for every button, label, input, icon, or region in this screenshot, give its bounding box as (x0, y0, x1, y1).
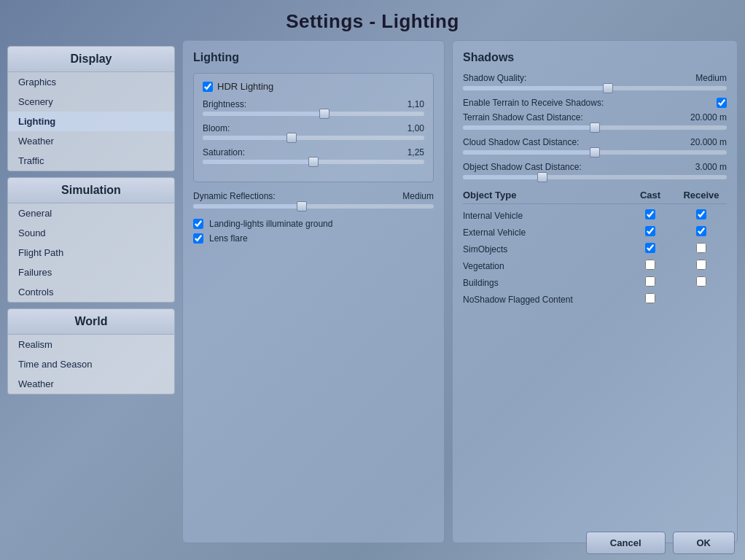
table-row-internal-vehicle: Internal Vehicle (463, 207, 727, 224)
saturation-value: 1,25 (407, 147, 424, 158)
enable-terrain-label: Enable Terrain to Receive Shadows: (463, 98, 604, 108)
receive-vegetation-checkbox[interactable] (696, 260, 706, 270)
sidebar-item-lighting[interactable]: Lighting (8, 112, 174, 131)
terrain-cast-track[interactable] (463, 125, 727, 130)
object-type-external-vehicle: External Vehicle (463, 228, 625, 238)
sidebar-item-traffic[interactable]: Traffic (8, 151, 174, 171)
lens-flare-checkbox[interactable] (193, 233, 203, 244)
lens-flare-label: Lens flare (209, 233, 248, 244)
sidebar-world-items: Realism Time and Season Weather (7, 335, 175, 394)
landing-lights-label: Landing-lights illuminate ground (209, 219, 332, 229)
cancel-button[interactable]: Cancel (586, 532, 666, 554)
landing-lights-row: Landing-lights illuminate ground (193, 219, 434, 229)
object-type-simobjects: SimObjects (463, 244, 625, 254)
object-table-header: Object Type Cast Receive (463, 187, 727, 204)
sidebar-item-failures[interactable]: Failures (8, 262, 174, 282)
sidebar-item-weather-display[interactable]: Weather (8, 131, 174, 151)
saturation-track[interactable] (203, 160, 424, 164)
sidebar-item-controls[interactable]: Controls (8, 282, 174, 302)
sidebar-item-weather-world[interactable]: Weather (8, 374, 174, 394)
cast-buildings-checkbox[interactable] (645, 276, 655, 287)
cloud-cast-label: Cloud Shadow Cast Distance: (463, 137, 579, 147)
dynamic-reflections-label: Dynamic Reflections: (193, 191, 276, 201)
brightness-label: Brightness: (203, 99, 246, 109)
bloom-label: Bloom: (203, 123, 230, 133)
shadows-panel: Shadows Shadow Quality: Medium Enable Te… (452, 40, 738, 543)
object-cast-track[interactable] (463, 175, 727, 179)
dynamic-reflections-track[interactable] (193, 204, 434, 209)
receive-internal-vehicle (676, 209, 727, 222)
terrain-cast-label: Terrain Shadow Cast Distance: (463, 112, 583, 122)
hdr-label: HDR Lighting (217, 81, 273, 92)
object-type-noshadow: NoShadow Flagged Content (463, 295, 625, 305)
receive-buildings-checkbox[interactable] (696, 276, 706, 287)
shadow-quality-block: Shadow Quality: Medium (463, 73, 727, 90)
saturation-label: Saturation: (203, 147, 245, 158)
col-receive-header: Receive (676, 190, 727, 201)
receive-simobjects-checkbox[interactable] (696, 243, 706, 253)
sidebar-item-graphics[interactable]: Graphics (8, 72, 174, 92)
col-type-header: Object Type (463, 190, 625, 201)
shadow-quality-track[interactable] (463, 86, 727, 90)
sidebar-item-sound[interactable]: Sound (8, 223, 174, 243)
terrain-cast-block: Terrain Shadow Cast Distance: 20.000 m (463, 112, 727, 130)
object-cast-label: Object Shadow Cast Distance: (463, 162, 582, 172)
sidebar-section-display: Display (7, 46, 175, 72)
ok-button[interactable]: OK (673, 532, 736, 554)
sidebar-item-time-and-season[interactable]: Time and Season (8, 354, 174, 374)
shadow-quality-value: Medium (695, 73, 727, 83)
brightness-track[interactable] (203, 112, 424, 116)
sidebar-item-general[interactable]: General (8, 203, 174, 223)
cast-external-vehicle-checkbox[interactable] (645, 226, 655, 236)
bottom-bar: Cancel OK (576, 526, 745, 560)
lighting-panel-title: Lighting (193, 51, 434, 64)
receive-external-vehicle-checkbox[interactable] (696, 226, 706, 236)
enable-terrain-checkbox[interactable] (717, 98, 727, 108)
landing-lights-checkbox[interactable] (193, 219, 203, 229)
table-row-vegetation: Vegetation (463, 257, 727, 274)
object-cast-block: Object Shadow Cast Distance: 3.000 m (463, 162, 727, 179)
dynamic-reflections-row: Dynamic Reflections: Medium (193, 191, 434, 209)
sidebar-item-flight-path[interactable]: Flight Path (8, 243, 174, 262)
cloud-cast-value: 20.000 m (690, 137, 727, 147)
brightness-row: Brightness: 1,10 (203, 99, 424, 116)
bloom-value: 1,00 (407, 123, 424, 133)
sidebar-item-scenery[interactable]: Scenery (8, 92, 174, 112)
bloom-row: Bloom: 1,00 (203, 123, 424, 140)
terrain-cast-value: 20.000 m (690, 112, 727, 122)
table-row-simobjects: SimObjects (463, 241, 727, 257)
brightness-value: 1,10 (407, 99, 424, 109)
col-cast-header: Cast (625, 190, 676, 201)
object-cast-value: 3.000 m (695, 162, 727, 172)
sidebar-simulation-items: General Sound Flight Path Failures Contr… (7, 203, 175, 303)
cast-simobjects-checkbox[interactable] (645, 243, 655, 253)
sidebar: Display Graphics Scenery Lighting Weathe… (7, 40, 175, 543)
table-row-noshadow: NoShadow Flagged Content (463, 291, 727, 308)
cast-noshadow-checkbox[interactable] (645, 293, 655, 303)
hdr-checkbox[interactable] (203, 82, 213, 92)
object-type-vegetation: Vegetation (463, 261, 625, 271)
hdr-box: HDR Lighting Brightness: 1,10 (193, 73, 434, 182)
object-type-buildings: Buildings (463, 278, 625, 288)
shadow-quality-label: Shadow Quality: (463, 73, 526, 83)
hdr-checkbox-row: HDR Lighting (203, 81, 424, 92)
sidebar-item-realism[interactable]: Realism (8, 335, 174, 354)
receive-internal-vehicle-checkbox[interactable] (696, 209, 706, 219)
page-title: Settings - Lighting (0, 0, 745, 40)
table-row-buildings: Buildings (463, 274, 727, 291)
shadows-panel-title: Shadows (463, 51, 727, 64)
cloud-cast-track[interactable] (463, 150, 727, 155)
lens-flare-row: Lens flare (193, 233, 434, 244)
cloud-cast-block: Cloud Shadow Cast Distance: 20.000 m (463, 137, 727, 155)
sidebar-display-items: Graphics Scenery Lighting Weather Traffi… (7, 72, 175, 171)
enable-terrain-row: Enable Terrain to Receive Shadows: (463, 98, 727, 108)
dynamic-reflections-value: Medium (402, 191, 434, 201)
sidebar-section-world: World (7, 308, 175, 335)
table-row-external-vehicle: External Vehicle (463, 224, 727, 241)
cast-internal-vehicle (625, 209, 676, 222)
bloom-track[interactable] (203, 136, 424, 140)
cast-vegetation-checkbox[interactable] (645, 260, 655, 270)
panels-area: Lighting HDR Lighting Brightness: 1,10 (182, 40, 738, 543)
cast-internal-vehicle-checkbox[interactable] (645, 209, 655, 219)
saturation-row: Saturation: 1,25 (203, 147, 424, 164)
